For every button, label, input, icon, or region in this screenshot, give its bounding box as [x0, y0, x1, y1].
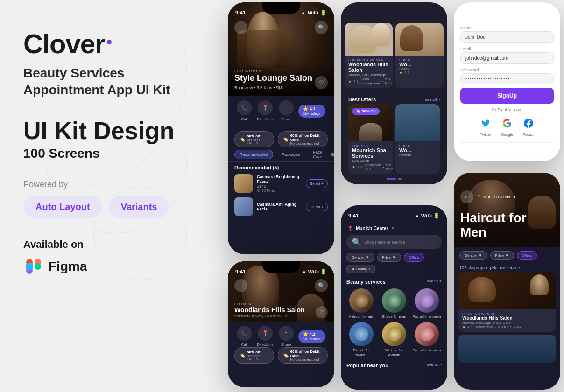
ui-kit-heading: UI Kit Design: [23, 118, 201, 144]
call-icon: 📞: [237, 100, 252, 115]
location-pin-icon: 📍: [347, 226, 353, 231]
phone-notch: [262, 2, 300, 14]
facebook-icon: [521, 116, 536, 131]
rating-badge-2: ⭐ 4.1 1k+ ratings: [298, 330, 325, 343]
available-on-label: Available on: [23, 238, 201, 251]
location-icon-2: 📍: [258, 326, 273, 341]
offer-1: 🏷️ 50% off use code FREE50: [234, 131, 274, 147]
dot-inactive: [398, 178, 402, 180]
salon-card-2: FOR M... Wo... Haircut... ★ 4.1: [395, 23, 444, 88]
salon-card-body-1: FOR MEN & WOMEN Woodlands Hills Salon Ha…: [345, 56, 393, 88]
salon-card-6-2: [458, 335, 556, 363]
back-btn-6[interactable]: ←: [460, 190, 473, 203]
select-button-1[interactable]: Select +: [306, 179, 328, 188]
name-label: Name: [460, 26, 554, 30]
actions-row: 📞 Call 📍 Directions ↑ Share ⭐ 4.1 1k+ ra…: [228, 96, 334, 126]
salon-img-6: [458, 272, 556, 309]
recommended-section: Recommended (5) Casmara Brightening Faci…: [228, 165, 334, 221]
tab-packages[interactable]: Packages: [277, 150, 305, 159]
tab-menu-icon[interactable]: ≡: [331, 151, 334, 158]
brand-logo: Clover: [23, 28, 201, 59]
salon-info: Randview • 3.8 Kms • $$$: [234, 85, 328, 90]
filter-gender[interactable]: Gender▼: [346, 253, 374, 262]
location-icon: 📍: [258, 100, 273, 115]
facebook-login[interactable]: Face...: [521, 116, 536, 137]
salon-card-body-2: FOR M... Wo... Haircut... ★ 4.1: [395, 56, 444, 77]
service-thumbnail-1: [234, 174, 253, 193]
beauty-section-header: Beauty services see all >: [341, 277, 447, 287]
offer-card-2-partial: FOR M... Wo... Haircut...: [395, 104, 440, 174]
beauty-icon-1: [349, 288, 374, 313]
beauty-service-6[interactable]: Facial for women: [412, 322, 442, 357]
salon-image-2: [395, 23, 444, 56]
filter-offers[interactable]: Offers: [404, 253, 424, 262]
beauty-service-2[interactable]: Shave for men: [379, 288, 409, 319]
tab-recommended[interactable]: Recommended: [234, 150, 273, 159]
call-action[interactable]: 📞 Call: [237, 100, 252, 121]
directions-action[interactable]: 📍 Directions: [257, 100, 274, 121]
nav-bar: ← 🔍: [228, 19, 334, 36]
directions-2[interactable]: 📍 Directions: [257, 326, 274, 347]
hero-info-2: FOR MEN Woodlands Hills Salon Keira thro…: [234, 302, 315, 318]
status-icons-4: ▲ WiFi 🔋: [415, 213, 440, 219]
filter-offers-6[interactable]: Offers: [517, 251, 537, 260]
twitter-icon: [478, 116, 493, 131]
beauty-service-4[interactable]: Bleach for women: [346, 322, 376, 357]
bottom-divider: [460, 142, 554, 143]
figma-label: Figma: [49, 259, 87, 274]
offer-icon-2: 🏷️: [283, 137, 289, 142]
search-button[interactable]: 🔍: [315, 21, 328, 34]
recommended-title: Recommended (5): [234, 165, 328, 170]
filter-rating[interactable]: ★ Rating↑: [346, 265, 375, 273]
salon-body-6: FOR MEN & WOMEN Woodlands Hills Salon Ha…: [458, 309, 556, 332]
tab-face-care[interactable]: Face Care: [309, 148, 327, 161]
status-bar-4: 9:41 ▲ WiFi 🔋: [341, 205, 447, 222]
twitter-login[interactable]: Twitter: [478, 116, 493, 137]
service-item-2: Casmara Anti Aging Facial Select +: [234, 197, 328, 216]
back-btn-2[interactable]: ←: [234, 279, 247, 292]
filter-price-6[interactable]: Price▼: [490, 251, 514, 260]
salon-card-6: FOR MEN & WOMEN Woodlands Hills Salon Ha…: [458, 272, 556, 332]
back-button[interactable]: ←: [234, 21, 247, 34]
beauty-icon-6: [415, 322, 439, 346]
search-placeholder: Shop name or service: [364, 240, 405, 245]
offer-chip-2: 🏷️ 60% off on Debit Card No coupon requi…: [278, 347, 328, 364]
favourite-btn-2[interactable]: ♡: [316, 306, 328, 318]
offer-icon: 🏷️: [240, 137, 245, 142]
filter-price[interactable]: Price▼: [377, 253, 401, 262]
offer-card-body-1: FOR MEN Mounrich Spa Services Spa Salon …: [348, 141, 393, 174]
share-2[interactable]: ↑ Share: [279, 326, 294, 347]
search-bar[interactable]: 🔍 Shop name or service: [346, 235, 442, 249]
phone-munich-search: 9:41 ▲ WiFi 🔋 📍 Munich Center ▼ 🔍 Shop n…: [341, 205, 447, 390]
brand-dot: [107, 40, 112, 44]
for-label: FOR WOMEN: [234, 69, 328, 73]
password-input[interactable]: ••••••••••••••••••••: [460, 73, 554, 84]
beauty-service-1[interactable]: Haircut for men: [346, 288, 376, 319]
share-action[interactable]: ↑ Share: [279, 100, 294, 121]
phone-signup: Name John Doe Email johndoe@gmail.com Pa…: [454, 2, 560, 161]
beauty-service-5[interactable]: Waxing for women: [379, 322, 409, 357]
beauty-service-3[interactable]: Facial for women: [412, 288, 442, 319]
salon-card-1: FOR MEN & WOMEN Woodlands Hills Salon Ha…: [345, 23, 393, 88]
name-input[interactable]: John Doe: [460, 31, 554, 43]
google-login[interactable]: Google: [500, 116, 515, 137]
email-label: Email: [460, 47, 554, 51]
favourite-button[interactable]: ♡: [315, 76, 328, 89]
email-input[interactable]: johndoe@gmail.com: [460, 52, 554, 64]
see-all-beauty[interactable]: see all >: [427, 279, 442, 285]
beauty-icon-2: [382, 288, 406, 313]
search-btn-2[interactable]: 🔍: [315, 279, 328, 292]
select-button-2[interactable]: Select +: [306, 203, 328, 211]
svg-rect-3: [26, 263, 33, 270]
call-2[interactable]: 📞 Call: [237, 326, 252, 347]
phone-notch-2: [262, 261, 300, 273]
filter-gender-6[interactable]: Gender▼: [459, 251, 487, 260]
figma-icon: [23, 256, 44, 277]
see-all-popular[interactable]: see all >: [427, 363, 442, 368]
beauty-grid: Haircut for men Shave for men: [341, 287, 447, 359]
see-all-offers[interactable]: see all >: [425, 98, 440, 102]
signup-button[interactable]: SignUp: [460, 88, 554, 104]
phone6-nav: ← 📍 Munich Center ▼: [454, 189, 560, 204]
phone4-main: 📍 Munich Center ▼ 🔍 Shop name or service…: [341, 222, 447, 390]
offer-chip-1: 🏷️ 50% off use code FREE50: [234, 347, 274, 364]
